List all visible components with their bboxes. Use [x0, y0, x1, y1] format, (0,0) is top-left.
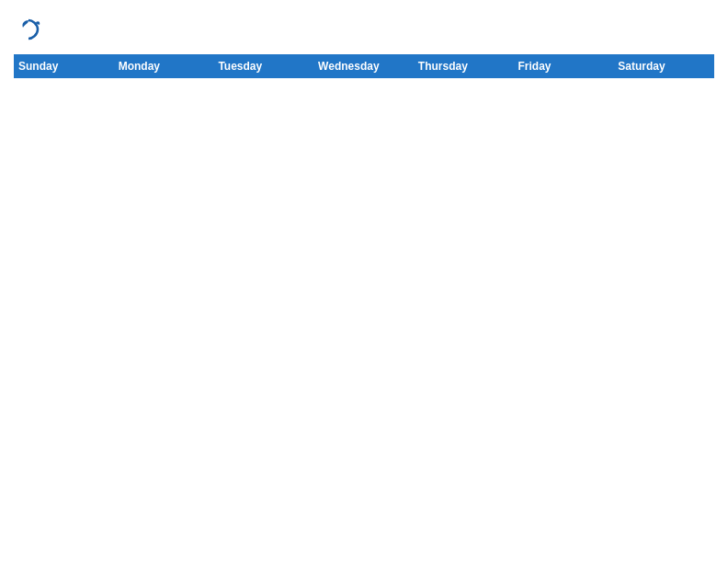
weekday-header-thursday: Thursday — [414, 55, 514, 78]
logo — [14, 17, 41, 47]
weekday-header-wednesday: Wednesday — [314, 55, 415, 78]
weekday-header-row: SundayMondayTuesdayWednesdayThursdayFrid… — [15, 55, 714, 78]
weekday-header-friday: Friday — [514, 55, 614, 78]
header — [14, 9, 714, 47]
weekday-header-monday: Monday — [114, 55, 214, 78]
logo-bird-icon — [16, 17, 41, 42]
weekday-header-saturday: Saturday — [614, 55, 714, 78]
calendar-table: SundayMondayTuesdayWednesdayThursdayFrid… — [14, 54, 714, 78]
weekday-header-sunday: Sunday — [15, 55, 115, 78]
weekday-header-tuesday: Tuesday — [214, 55, 314, 78]
